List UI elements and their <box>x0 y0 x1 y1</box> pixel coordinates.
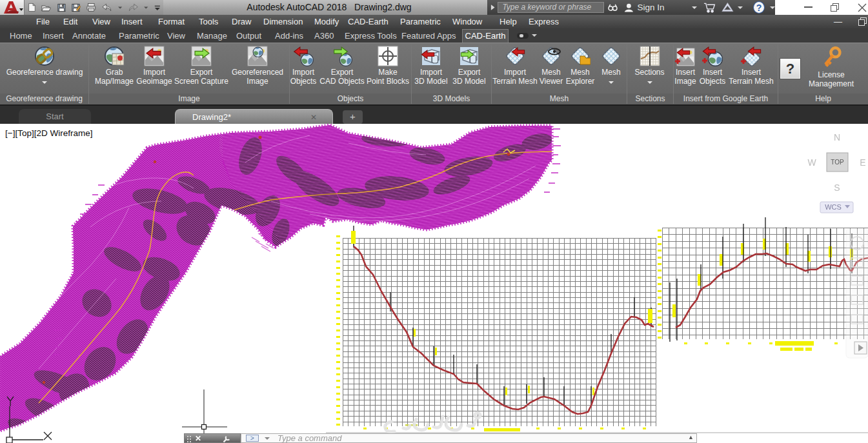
svg-text:N: N <box>834 132 840 143</box>
svg-text:S: S <box>834 182 840 193</box>
svg-text:[−][Top][2D Wireframe]: [−][Top][2D Wireframe] <box>5 128 92 138</box>
svg-text:E: E <box>860 157 865 168</box>
svg-text:WCS: WCS <box>825 203 842 211</box>
svg-text:W: W <box>807 157 816 168</box>
svg-text:TOP: TOP <box>831 159 844 166</box>
